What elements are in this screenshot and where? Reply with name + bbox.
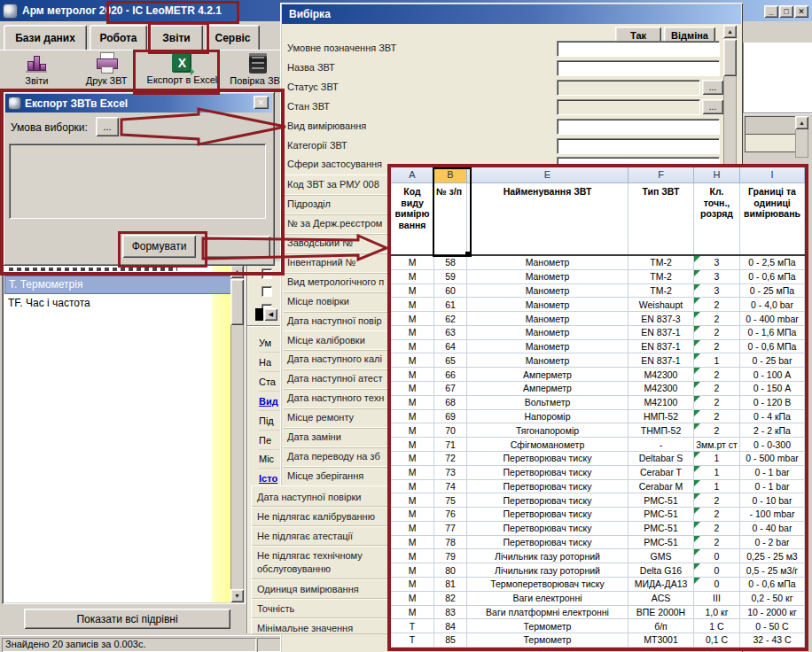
list-item[interactable]: Т. Термометрія [4, 276, 236, 294]
table-cell: 0 - 25 bar [740, 353, 805, 368]
left-list-scrollbar[interactable]: ▲ ▼ [230, 265, 244, 602]
scrollbar-thumb[interactable] [723, 39, 737, 76]
table-row[interactable]: М66АмперметрМ4230020 - 100 А [391, 368, 805, 382]
scroll-up-icon[interactable]: ▲ [230, 265, 244, 278]
close-button[interactable]: ✕ [794, 5, 808, 18]
table-row[interactable]: М81Термоперетворювач тискуМИДА-ДА1300 - … [391, 578, 805, 592]
field-label: Заводський № [287, 237, 353, 248]
dialog-close-icon[interactable]: ✕ [254, 96, 269, 109]
table-cell: 75 [434, 493, 467, 508]
green-flag-icon [694, 353, 700, 360]
field-input-4[interactable] [557, 99, 700, 115]
field-label: Дата наступного калі [287, 353, 382, 364]
table-row[interactable]: М79Лічильник газу роторнийGMS00,25 - 25 … [391, 549, 805, 563]
table-cell: М [391, 368, 434, 382]
table-row[interactable]: Т84Термометрб/п1 С0 - 50 С [391, 619, 805, 633]
table-row[interactable]: М78Перетворювач тискуPMC-5120 - 2 bar [391, 536, 805, 550]
condition-browse-button[interactable]: ... [96, 117, 119, 136]
table-cell: 2 [694, 312, 740, 326]
table-row[interactable]: М59МанометрТМ-230 - 0,6 мПа [391, 270, 805, 284]
scroll-up-icon[interactable]: ▲ [723, 25, 737, 38]
table-cell: 74 [434, 480, 467, 494]
list-item[interactable]: ТF. Час і частота [4, 294, 234, 313]
right-scrollbar[interactable]: ▲ [795, 116, 808, 158]
table-row[interactable]: М77Перетворювач тискуPMC-5120 - 40 bar [391, 522, 805, 536]
table-row[interactable]: М82Ваги електронніACSIII0,2 - 50 кг [391, 592, 805, 606]
condition-textarea[interactable] [9, 144, 266, 219]
app-icon [4, 4, 17, 18]
lower-field-item: Одиниця вимірювання [252, 580, 388, 599]
field-input-6[interactable] [557, 138, 720, 154]
table-row[interactable]: М71Сфігмоманометр-3мм.рт ст0 - 0-300 [391, 438, 805, 452]
tab-3[interactable]: Звіти [150, 25, 203, 50]
green-flag-icon [694, 578, 700, 584]
toolbar-button-printer[interactable]: Друк ЗВТ [77, 50, 137, 91]
table-row[interactable]: Т85ТермометрМТ30010,1 С32 - 43 С [391, 633, 805, 648]
field-input-2[interactable] [557, 60, 720, 76]
table-cell: 1 С [694, 619, 740, 633]
table-row[interactable]: М61МанометрWeishaupt20 - 4,0 bar [391, 298, 805, 312]
chart-icon [25, 52, 48, 74]
table-row[interactable]: М58МанометрТМ-230 - 2,5 мПа [391, 256, 805, 270]
table-row[interactable]: М60МанометрТМ-230 - 25 мПа [391, 284, 805, 299]
field-label: Код ЗВТ за РМУ 008 [287, 179, 379, 190]
table-row[interactable]: М76Перетворювач тискуPMC-512- 100 mbar [391, 508, 805, 522]
form-button[interactable]: Формувати [122, 235, 196, 258]
field-picker-button[interactable]: ... [702, 80, 723, 95]
table-cell: М [391, 326, 434, 340]
field-label: Категорії ЗВТ [287, 140, 347, 154]
field-label: Статус ЗВТ [287, 82, 339, 96]
column-letter-E[interactable]: E [467, 167, 629, 183]
table-row[interactable]: М72Перетворювач тискуDeltabar S10 - 500 … [391, 452, 805, 466]
column-letter-A[interactable]: A [391, 167, 434, 183]
table-row[interactable]: М74Перетворювач тискуCerabar M10 - 1 bar [391, 480, 805, 494]
table-row[interactable]: М68ВольтметрМ4210020 - 120 В [391, 396, 805, 410]
field-picker-button[interactable]: ... [702, 99, 723, 114]
splitter-handle[interactable] [255, 308, 263, 321]
field-input-1[interactable] [557, 41, 720, 57]
table-cell: 2 [694, 493, 740, 508]
table-cell: 76 [434, 508, 467, 522]
table-cell: 77 [434, 522, 467, 536]
toolbar-button-scroll[interactable]: Повірка ЗВТ [228, 50, 287, 91]
table-cell: 80 [434, 563, 467, 578]
table-row[interactable]: М64МанометрEN 837-120 - 0,6 МПа [391, 340, 805, 354]
table-row[interactable]: М73Перетворювач тискуCerabar T10 - 1 bar [391, 466, 805, 480]
table-row[interactable]: М63МанометрEN 837-120 - 1,6 МПа [391, 326, 805, 340]
column-letter-I[interactable]: I [740, 167, 805, 183]
scroll-left-icon[interactable]: ◀ [264, 308, 277, 321]
scroll-up-icon[interactable]: ▲ [795, 116, 808, 129]
tab-4[interactable]: Сервіс [206, 25, 260, 50]
tab-2[interactable]: Робота [90, 25, 147, 50]
filter-checkbox-2[interactable] [262, 286, 272, 297]
field-list-lower: Дата наступної повіркиНе підлягає калібр… [251, 485, 388, 634]
table-cell: МТ3001 [629, 633, 694, 648]
filter-checkbox-1[interactable] [262, 268, 272, 279]
table-row[interactable]: М83Ваги платформні електронніВПЕ 2000Н1,… [391, 606, 805, 620]
secondary-button[interactable] [205, 236, 270, 258]
table-row[interactable]: М69НапоромірНМП-5220 - 4 кПа [391, 410, 805, 424]
toolbar-button-chart[interactable]: Звіти [7, 50, 66, 91]
table-cell: Cerabar M [629, 480, 694, 494]
tab-1[interactable]: Бази даних [4, 25, 87, 50]
toolbar-button-excel[interactable]: XЕкспорт в Excel [147, 50, 218, 91]
column-letter-F[interactable]: F [629, 167, 694, 183]
table-row[interactable]: М75Перетворювач тискуPMC-5120 - 10 bar [391, 493, 805, 508]
green-flag-icon [694, 410, 700, 416]
table-row[interactable]: М62МанометрEN 837-320 - 400 mbar [391, 312, 805, 326]
minimize-button[interactable]: _ [764, 5, 778, 18]
column-letter-H[interactable]: H [694, 167, 740, 183]
scrollbar-thumb[interactable] [230, 279, 244, 325]
show-all-sublevels-button[interactable]: Показати всі підрівні [24, 609, 230, 629]
scroll-down-icon[interactable]: ▼ [230, 589, 244, 602]
table-row[interactable]: М70ТягонапоромірТНМП-5222 - 2 кПа [391, 423, 805, 438]
field-label: Вид вимірювання [287, 120, 366, 135]
field-label: Місце повірки [287, 296, 349, 307]
field-input-3[interactable] [557, 80, 700, 96]
maximize-button[interactable]: □ [779, 5, 793, 18]
table-row[interactable]: М67АмперметрМ4230020 - 150 А [391, 382, 805, 396]
table-row[interactable]: М65МанометрEN 837-110 - 25 bar [391, 353, 805, 368]
table-row[interactable]: М80Лічильник газу роторнийDelta G1600,5 … [391, 563, 805, 578]
field-input-5[interactable] [557, 119, 720, 135]
selection-fill-handle[interactable] [465, 252, 470, 256]
